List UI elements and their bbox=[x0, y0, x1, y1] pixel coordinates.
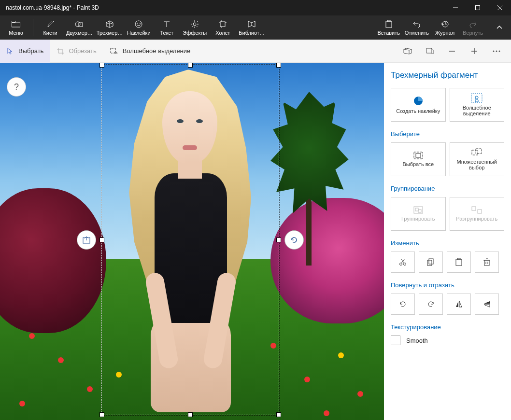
undo-button[interactable]: Отменить bbox=[403, 15, 431, 40]
svg-rect-55 bbox=[456, 259, 462, 266]
side-panel: Трехмерный фрагмент Создать наклейку Вол… bbox=[384, 63, 511, 420]
depth-button[interactable] bbox=[77, 230, 96, 250]
close-button[interactable] bbox=[489, 0, 511, 15]
effects-button[interactable]: Эффекты bbox=[181, 15, 209, 40]
ribbon: Меню Кисти Двухмер… Трехмер… Наклейки Те… bbox=[0, 15, 511, 40]
redo-label: Вернуть bbox=[463, 30, 483, 36]
svg-point-33 bbox=[493, 50, 495, 52]
redo-icon bbox=[469, 19, 477, 29]
svg-point-35 bbox=[499, 50, 500, 52]
svg-point-9 bbox=[137, 23, 138, 24]
canvas-icon bbox=[219, 19, 227, 29]
effects-icon bbox=[191, 19, 199, 29]
select-all-icon bbox=[413, 152, 423, 159]
window-title: nastol.com.ua-98948.jpg* - Paint 3D bbox=[0, 4, 444, 11]
svg-point-50 bbox=[404, 263, 406, 266]
svg-rect-26 bbox=[386, 21, 392, 28]
stickers-label: Наклейки bbox=[127, 30, 151, 36]
svg-rect-57 bbox=[484, 260, 489, 266]
svg-rect-54 bbox=[427, 260, 432, 266]
make-sticker-button[interactable]: Создать наклейку bbox=[391, 88, 446, 122]
grouping-label: Группирование bbox=[391, 185, 504, 192]
svg-line-51 bbox=[401, 259, 405, 263]
help-button[interactable]: ? bbox=[7, 77, 26, 97]
svg-line-19 bbox=[192, 26, 193, 27]
more-button[interactable] bbox=[486, 40, 507, 63]
select-tool[interactable]: Выбрать bbox=[0, 40, 50, 63]
zoom-in-button[interactable] bbox=[464, 40, 485, 63]
rotate-right-button[interactable] bbox=[419, 294, 443, 315]
choose-label: Выберите bbox=[391, 130, 504, 138]
view-mixed-button[interactable] bbox=[419, 40, 440, 63]
cut-button[interactable] bbox=[391, 252, 415, 273]
svg-rect-1 bbox=[476, 6, 480, 10]
svg-point-34 bbox=[496, 50, 497, 52]
stickers-button[interactable]: Наклейки bbox=[125, 15, 153, 40]
brush-icon bbox=[46, 19, 54, 29]
panel-title: Трехмерный фрагмент bbox=[391, 70, 504, 80]
view-3d-button[interactable] bbox=[397, 40, 418, 63]
crop-tool[interactable]: Обрезать bbox=[50, 40, 103, 63]
svg-rect-53 bbox=[429, 259, 433, 264]
svg-line-16 bbox=[192, 21, 193, 22]
svg-rect-20 bbox=[220, 22, 225, 27]
handle-right[interactable] bbox=[276, 238, 281, 242]
handle-bottom-right[interactable] bbox=[276, 412, 281, 417]
shapes3d-button[interactable]: Трехмер… bbox=[95, 15, 125, 40]
svg-rect-42 bbox=[472, 150, 478, 155]
history-button[interactable]: Журнал bbox=[431, 15, 459, 40]
text-icon bbox=[163, 19, 170, 29]
magic-label: Волшебное выделение bbox=[123, 47, 191, 55]
redo-button[interactable]: Вернуть bbox=[459, 15, 487, 40]
handle-top[interactable] bbox=[188, 63, 193, 68]
shapes3d-label: Трехмер… bbox=[97, 30, 123, 36]
svg-rect-38 bbox=[471, 94, 482, 102]
library-icon bbox=[247, 19, 256, 29]
handle-bottom-left[interactable] bbox=[99, 412, 104, 417]
group-button: Группировать bbox=[391, 197, 446, 231]
smooth-checkbox[interactable] bbox=[391, 336, 400, 345]
paste-icon-button[interactable] bbox=[447, 252, 471, 273]
multi-select-button[interactable]: Множественный выбор bbox=[450, 142, 505, 176]
svg-rect-47 bbox=[472, 207, 476, 210]
zoom-out-button[interactable] bbox=[441, 40, 463, 63]
shapes2d-button[interactable]: Двухмер… bbox=[64, 15, 95, 40]
canvas-area[interactable]: ? bbox=[0, 63, 384, 420]
svg-line-52 bbox=[401, 259, 404, 263]
brushes-button[interactable]: Кисти bbox=[36, 15, 64, 40]
delete-button[interactable] bbox=[475, 252, 499, 273]
shapes2d-icon bbox=[75, 19, 84, 29]
menu-button[interactable]: Меню bbox=[2, 15, 30, 40]
maximize-button[interactable] bbox=[467, 0, 489, 15]
handle-left[interactable] bbox=[99, 238, 104, 242]
rotate-left-button[interactable] bbox=[391, 294, 415, 315]
copy-button[interactable] bbox=[419, 252, 443, 273]
history-icon bbox=[441, 19, 449, 29]
flip-vertical-button[interactable] bbox=[475, 294, 499, 315]
text-label: Текст bbox=[160, 30, 173, 36]
rotate-button[interactable] bbox=[284, 230, 304, 250]
expand-panel-button[interactable] bbox=[490, 18, 509, 37]
handle-top-right[interactable] bbox=[276, 63, 281, 68]
cursor-icon bbox=[7, 48, 14, 55]
handle-bottom[interactable] bbox=[188, 412, 193, 417]
flip-horizontal-button[interactable] bbox=[447, 294, 471, 315]
magic-select-tool[interactable]: Волшебное выделение bbox=[103, 40, 198, 63]
minimize-button[interactable] bbox=[444, 0, 467, 15]
svg-line-17 bbox=[197, 26, 198, 27]
shapes2d-label: Двухмер… bbox=[66, 30, 93, 36]
texturing-label: Текстурирование bbox=[391, 323, 504, 331]
magic-select-button[interactable]: Волшебное выделение bbox=[450, 88, 505, 122]
paste-button[interactable]: Вставить bbox=[375, 15, 403, 40]
library-button[interactable]: Библиот… bbox=[237, 15, 267, 40]
svg-rect-45 bbox=[415, 208, 418, 211]
magic-select-icon bbox=[471, 93, 483, 103]
selection-bounds[interactable] bbox=[101, 65, 279, 415]
select-all-button[interactable]: Выбрать все bbox=[391, 142, 446, 176]
handle-top-left[interactable] bbox=[99, 63, 104, 68]
magic-select-label: Волшебное выделение bbox=[452, 105, 502, 116]
text-button[interactable]: Текст bbox=[153, 15, 181, 40]
smooth-label: Smooth bbox=[406, 337, 428, 344]
canvas-button[interactable]: Холст bbox=[209, 15, 237, 40]
svg-rect-48 bbox=[478, 210, 482, 213]
